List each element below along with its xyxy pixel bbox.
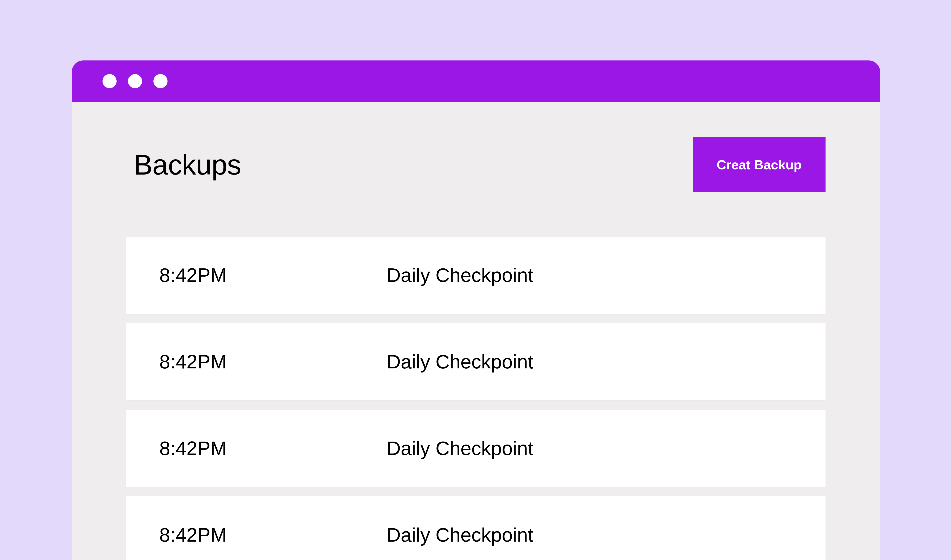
backup-time: 8:42PM (159, 264, 387, 286)
backup-row[interactable]: 8:42PM Daily Checkpoint (126, 410, 826, 487)
backup-time: 8:42PM (159, 351, 387, 373)
traffic-light-close-icon[interactable] (103, 74, 117, 88)
backup-name: Daily Checkpoint (387, 524, 533, 546)
backup-row[interactable]: 8:42PM Daily Checkpoint (126, 496, 826, 560)
window-content: Backups Creat Backup 8:42PM Daily Checkp… (72, 102, 880, 560)
traffic-light-maximize-icon[interactable] (154, 74, 168, 88)
backup-name: Daily Checkpoint (387, 351, 533, 373)
backup-row[interactable]: 8:42PM Daily Checkpoint (126, 237, 826, 314)
backup-list: 8:42PM Daily Checkpoint 8:42PM Daily Che… (126, 237, 826, 560)
window-titlebar (72, 60, 880, 102)
create-backup-button[interactable]: Creat Backup (693, 137, 826, 192)
page-header: Backups Creat Backup (126, 137, 826, 192)
app-window: Backups Creat Backup 8:42PM Daily Checkp… (72, 60, 880, 560)
backup-name: Daily Checkpoint (387, 264, 533, 286)
backup-time: 8:42PM (159, 437, 387, 460)
backup-time: 8:42PM (159, 524, 387, 546)
backup-name: Daily Checkpoint (387, 437, 533, 460)
page-title: Backups (134, 148, 241, 181)
traffic-light-minimize-icon[interactable] (128, 74, 142, 88)
backup-row[interactable]: 8:42PM Daily Checkpoint (126, 323, 826, 400)
